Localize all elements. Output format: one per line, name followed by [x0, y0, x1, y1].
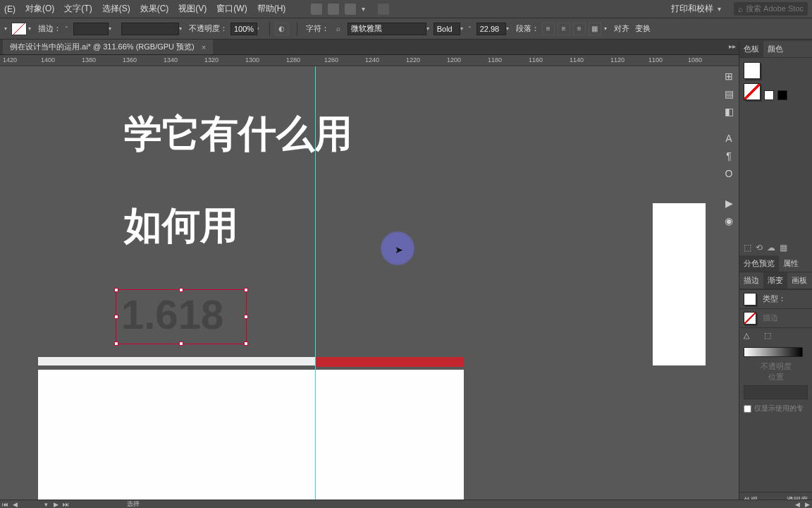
- font-search-icon[interactable]: ⌕: [332, 23, 345, 35]
- arrange-icon[interactable]: [345, 4, 356, 15]
- hscroll-right-icon[interactable]: ▶: [802, 501, 812, 508]
- links-icon[interactable]: ⟲: [756, 243, 763, 253]
- tab-gradient[interactable]: 渐变: [763, 272, 787, 289]
- guide-vertical[interactable]: [315, 66, 316, 500]
- brush-definition-input[interactable]: [121, 23, 179, 35]
- angle-icon[interactable]: △: [744, 331, 749, 339]
- tab-color[interactable]: 颜色: [763, 41, 787, 57]
- handle-mid-left[interactable]: [114, 315, 118, 319]
- fill-swatch-large[interactable]: [744, 62, 761, 79]
- tool-opentype-icon[interactable]: O: [721, 166, 737, 181]
- handle-top-right[interactable]: [244, 288, 248, 292]
- stroke-swatch-large[interactable]: [744, 83, 761, 100]
- brush-drop-icon[interactable]: ▾: [179, 25, 182, 32]
- opacity-drop-icon[interactable]: ›: [257, 25, 259, 32]
- handle-top-mid[interactable]: [179, 288, 183, 292]
- align-right-icon[interactable]: ≡: [573, 23, 586, 35]
- collapse-panels-icon[interactable]: ▸▸: [729, 42, 736, 50]
- show-used-only-checkbox[interactable]: [744, 405, 751, 413]
- align-label[interactable]: 对齐: [614, 23, 629, 34]
- handle-mid-right[interactable]: [244, 315, 248, 319]
- close-tab-icon[interactable]: ×: [202, 43, 206, 52]
- align-left-icon[interactable]: ≡: [542, 23, 555, 35]
- font-family-drop-icon[interactable]: ▾: [426, 25, 429, 32]
- gradient-stop-field[interactable]: [744, 385, 808, 399]
- fill-dropdown-icon[interactable]: ▾: [4, 25, 7, 32]
- align-center-icon[interactable]: ≡: [558, 23, 570, 35]
- menu-object[interactable]: 对象(O): [25, 3, 54, 15]
- menu-help[interactable]: 帮助(H): [257, 3, 286, 15]
- tool-cc-icon[interactable]: ◉: [721, 213, 737, 229]
- stroke-swatch[interactable]: [11, 23, 27, 35]
- tab-brushes[interactable]: 画板: [787, 272, 811, 289]
- artboard-nav-drop-icon[interactable]: ▾: [41, 501, 51, 508]
- handle-bot-left[interactable]: [114, 341, 118, 346]
- library-icon[interactable]: ▦: [780, 243, 787, 253]
- swatch-none-icon[interactable]: [764, 90, 774, 100]
- arrange-dropdown-icon[interactable]: ▾: [362, 5, 365, 13]
- canvas[interactable]: 学它有什么用 如何用 1.618: [0, 66, 812, 500]
- stroke-weight-drop-icon[interactable]: ▾: [109, 25, 111, 32]
- handle-bot-right[interactable]: [244, 341, 248, 346]
- tab-attributes[interactable]: 属性: [779, 255, 803, 272]
- aspect-icon[interactable]: ⬚: [764, 331, 771, 339]
- workspace-switcher[interactable]: 打印和校样: [671, 3, 713, 15]
- workspace-dropdown-icon[interactable]: ▾: [718, 5, 721, 13]
- ruler-tick: 1080: [688, 56, 702, 64]
- document-tab[interactable]: 例在设计当中的运用.ai* @ 311.66% (RGB/GPU 预览) ×: [3, 40, 213, 54]
- gpu-icon[interactable]: [378, 4, 389, 15]
- font-size-input[interactable]: [476, 23, 506, 35]
- menu-window[interactable]: 窗口(W): [216, 3, 247, 15]
- nav-first-icon[interactable]: ⏮: [0, 501, 10, 508]
- font-size-drop-icon[interactable]: ▾: [506, 25, 509, 32]
- handle-top-left[interactable]: [114, 288, 118, 292]
- swatch-black-icon[interactable]: [777, 90, 787, 100]
- bridge-icon[interactable]: [311, 4, 322, 15]
- search-placeholder: 搜索 Adobe Stoc: [746, 4, 804, 14]
- selected-text-object[interactable]: 1.618: [116, 289, 247, 344]
- font-family-input[interactable]: [347, 23, 426, 35]
- stroke-grad-tabs: 描边 渐变 画板: [739, 272, 812, 289]
- opacity-input[interactable]: [230, 23, 257, 35]
- menu-edit-partial[interactable]: (E): [4, 4, 16, 14]
- tool-pathfinder-icon[interactable]: ◧: [721, 104, 737, 119]
- transform-label[interactable]: 变换: [635, 23, 651, 34]
- font-weight-input[interactable]: [433, 23, 460, 35]
- stock-icon[interactable]: [328, 4, 339, 15]
- nav-icon[interactable]: ⬚: [744, 243, 751, 253]
- menu-effect[interactable]: 效果(C): [140, 3, 169, 15]
- tab-sep-preview[interactable]: 分色预览: [739, 255, 779, 272]
- tab-stroke[interactable]: 描边: [739, 272, 763, 289]
- tool-paragraph-icon[interactable]: ¶: [721, 148, 737, 164]
- gradient-swatch-icon[interactable]: [744, 293, 756, 306]
- font-weight-drop-icon[interactable]: ▾: [460, 25, 463, 32]
- stroke-weight-caret-icon[interactable]: ⌃: [64, 25, 69, 32]
- gradient-position-label: 位置: [739, 372, 812, 382]
- menu-view[interactable]: 视图(V): [178, 3, 207, 15]
- tool-artboard-icon[interactable]: ⊞: [721, 68, 737, 84]
- cloud-icon[interactable]: ☁: [767, 243, 775, 253]
- handle-bot-mid[interactable]: [179, 341, 183, 346]
- gradient-opacity-label: 不透明度: [739, 361, 812, 372]
- gradient-bar[interactable]: [744, 347, 803, 357]
- tab-swatches[interactable]: 色板: [739, 41, 763, 57]
- show-used-only-row[interactable]: 仅显示使用的专: [739, 402, 812, 415]
- align-panel-icon[interactable]: ▦: [589, 23, 601, 35]
- nav-prev-icon[interactable]: ◀: [10, 501, 20, 508]
- stroke-dropdown-icon[interactable]: ▾: [28, 25, 31, 32]
- tool-align-icon[interactable]: ▤: [721, 86, 737, 102]
- align-panel-drop-icon[interactable]: ▾: [604, 25, 607, 32]
- menu-select[interactable]: 选择(S): [102, 3, 130, 15]
- menu-text[interactable]: 文字(T): [64, 3, 92, 15]
- hscroll-left-icon[interactable]: ◀: [792, 501, 802, 508]
- tool-type-icon[interactable]: A: [721, 131, 737, 146]
- nav-next-icon[interactable]: ▶: [51, 501, 61, 508]
- artwork-text-2: 学它有什么用: [124, 109, 352, 160]
- gradient-stroke-swatch-icon[interactable]: [744, 312, 756, 325]
- tool-actions-icon[interactable]: ▶: [721, 195, 737, 211]
- stroke-weight-input[interactable]: [73, 23, 109, 35]
- font-size-caret-icon[interactable]: ⌃: [467, 25, 472, 32]
- recolor-icon[interactable]: ◐: [276, 23, 288, 35]
- nav-last-icon[interactable]: ⏭: [61, 501, 70, 508]
- search-stock[interactable]: ⌕ 搜索 Adobe Stoc: [734, 2, 808, 16]
